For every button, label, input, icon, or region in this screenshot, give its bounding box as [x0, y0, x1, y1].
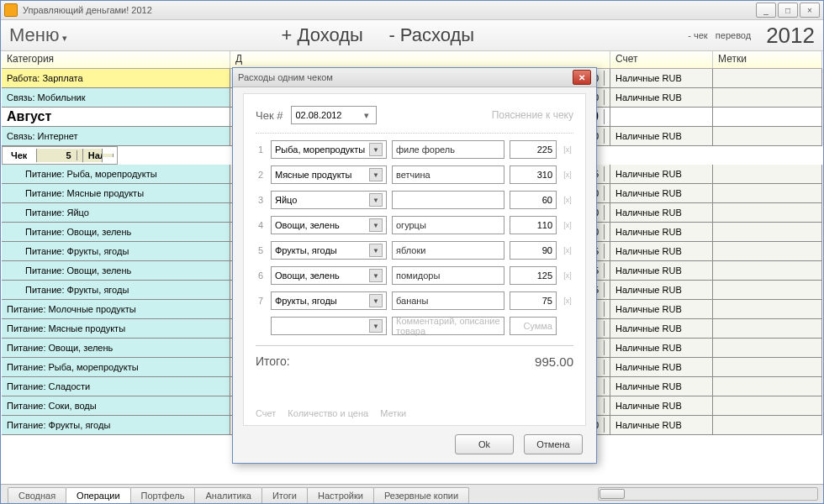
tab-Сводная[interactable]: Сводная: [8, 487, 66, 503]
description-input[interactable]: филе форель: [392, 140, 504, 159]
category-select[interactable]: Рыба, морепродукты▼: [271, 140, 387, 159]
cell-account: Наличные RUB: [610, 358, 713, 376]
amount-input[interactable]: 90: [510, 241, 557, 260]
category-select[interactable]: .▼: [271, 317, 387, 335]
description-input[interactable]: [392, 191, 504, 209]
cell-tags: [713, 377, 822, 396]
description-input[interactable]: Комментарий, описание товара: [392, 317, 504, 335]
description-input[interactable]: яблоки: [392, 241, 504, 260]
dialog-link[interactable]: Количество и цена: [288, 408, 368, 418]
category-select[interactable]: Мясные продукты▼: [271, 165, 387, 184]
cell-category: Питание: Фрукты, ягоды: [2, 416, 230, 434]
cell-category: Чек: [6, 149, 37, 162]
dialog-link[interactable]: Метки: [380, 408, 406, 418]
menu-button[interactable]: Меню▾: [9, 24, 67, 46]
cell-account: Наличные RUB: [610, 127, 713, 145]
close-button[interactable]: ×: [800, 3, 820, 18]
cell-tags: [713, 396, 822, 415]
amount-input[interactable]: 60: [510, 191, 557, 209]
dialog-title: Расходы одним чеком: [238, 72, 333, 82]
cell-category: Питание: Молочные продукты: [2, 300, 230, 318]
cell-tags: [713, 184, 822, 202]
col-category[interactable]: Категория: [2, 51, 230, 68]
cell-category: Связь: Мобильник: [2, 88, 230, 107]
delete-line-button[interactable]: [x]: [562, 246, 573, 255]
delete-line-button[interactable]: [x]: [562, 271, 573, 280]
cell-tags: [713, 223, 822, 241]
toolbar: Меню▾ + Доходы - Расходы - чек перевод 2…: [1, 20, 823, 51]
total-label: Итого:: [256, 354, 290, 369]
tab-Операции[interactable]: Операции: [66, 487, 130, 503]
add-check-button[interactable]: - чек: [688, 30, 707, 40]
cell-account: Наличные RU: [83, 149, 103, 162]
check-date-field[interactable]: 02.08.2012 ▾: [291, 106, 377, 124]
delete-line-button[interactable]: [x]: [562, 221, 573, 229]
minimize-button[interactable]: _: [756, 3, 776, 18]
amount-input[interactable]: 75: [510, 291, 557, 310]
cancel-button[interactable]: Отмена: [524, 434, 583, 454]
cell-account: Наличные RUB: [610, 223, 713, 241]
delete-line-button[interactable]: [x]: [562, 145, 573, 154]
category-select[interactable]: Фрукты, ягоды▼: [271, 241, 387, 260]
cell-category: Питание: Мясные продукты: [2, 184, 230, 202]
description-input[interactable]: помидоры: [392, 266, 504, 285]
description-input[interactable]: огурцы: [392, 216, 504, 234]
year-label[interactable]: 2012: [766, 23, 815, 49]
grid-header: Категория Д Счет Метки: [2, 51, 822, 69]
chevron-down-icon: ▼: [369, 244, 383, 257]
delete-line-button[interactable]: [x]: [562, 297, 573, 305]
cell-category: Питание: Рыба, морепродукты: [2, 165, 230, 183]
description-input[interactable]: бананы: [392, 291, 504, 310]
chevron-down-icon: ▼: [369, 269, 383, 282]
category-select[interactable]: Овощи, зелень▼: [271, 266, 387, 285]
category-select[interactable]: Фрукты, ягоды▼: [271, 291, 387, 310]
amount-input[interactable]: 110: [510, 216, 557, 234]
chevron-down-icon: ▼: [369, 294, 383, 307]
maximize-button[interactable]: □: [778, 3, 798, 18]
chevron-down-icon: ▾: [361, 110, 372, 121]
table-row[interactable]: Чек5Наличные RU: [2, 146, 118, 165]
horizontal-scrollbar[interactable]: [598, 487, 818, 501]
chevron-down-icon: ▼: [369, 193, 383, 207]
chevron-down-icon: ▼: [369, 168, 383, 181]
dialog-titlebar[interactable]: Расходы одним чеком ✕: [233, 68, 596, 87]
add-expense-button[interactable]: - Расходы: [388, 24, 474, 45]
cell-category: Август: [2, 108, 230, 126]
cell-tags: [713, 416, 822, 434]
titlebar[interactable]: Управляющий деньгами! 2012 _ □ ×: [1, 1, 823, 20]
col-tags[interactable]: Метки: [713, 51, 822, 68]
cell-tags: [713, 242, 822, 260]
dialog-close-button[interactable]: ✕: [573, 70, 591, 85]
cell-account: Наличные RUB: [610, 300, 713, 318]
chevron-down-icon: ▼: [369, 218, 383, 232]
delete-line-button[interactable]: [x]: [562, 171, 573, 179]
tab-Резервные копии[interactable]: Резервные копии: [373, 487, 469, 503]
add-transfer-button[interactable]: перевод: [716, 30, 751, 40]
amount-input[interactable]: 310: [510, 165, 557, 184]
tab-Аналитика[interactable]: Аналитика: [194, 487, 261, 503]
col-date[interactable]: Д: [230, 51, 610, 68]
dialog-link[interactable]: Счет: [256, 408, 276, 418]
check-note-hint[interactable]: Пояснение к чеку: [492, 109, 573, 121]
cell-tags: [713, 319, 822, 338]
cell-account: Наличные RUB: [610, 281, 713, 299]
tab-Портфель[interactable]: Портфель: [130, 487, 196, 503]
col-account[interactable]: Счет: [610, 51, 713, 68]
cell-category: Питание: Соки, воды: [2, 396, 230, 415]
amount-input[interactable]: 125: [510, 266, 557, 285]
cell-tags: [713, 203, 822, 222]
tab-Настройки[interactable]: Настройки: [307, 487, 374, 503]
cell-tags: [713, 88, 822, 107]
amount-input[interactable]: Сумма: [510, 317, 557, 335]
delete-line-button[interactable]: [x]: [562, 196, 573, 204]
category-select[interactable]: Яйцо▼: [271, 191, 387, 209]
tab-Итоги[interactable]: Итоги: [261, 487, 308, 503]
add-income-button[interactable]: + Доходы: [282, 24, 363, 45]
amount-input[interactable]: 225: [510, 140, 557, 159]
cell-account: Наличные RUB: [610, 88, 713, 107]
category-select[interactable]: Овощи, зелень▼: [271, 216, 387, 234]
cell-tags: [713, 261, 822, 280]
ok-button[interactable]: Ok: [455, 434, 514, 454]
description-input[interactable]: ветчина: [392, 165, 504, 184]
cell-category: Питание: Овощи, зелень: [2, 223, 230, 241]
